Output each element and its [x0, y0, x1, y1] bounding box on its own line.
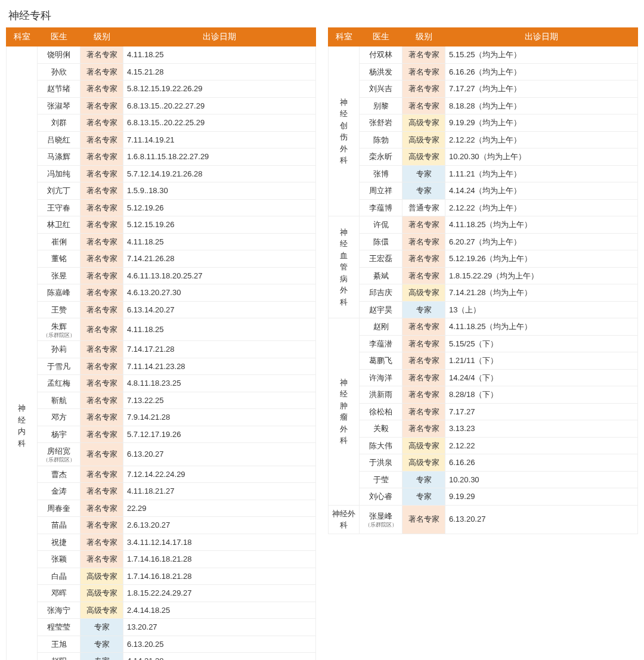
level-cell: 专家 [402, 301, 445, 318]
level-cell: 著名专家 [80, 318, 123, 341]
doctor-cell: 赵阳 [38, 653, 80, 660]
table-row: 杨洪发著名专家6.16.26（均为上午） [329, 63, 638, 80]
level-cell: 著名专家 [80, 216, 123, 234]
table-row: 李蕴博普通专家2.12.22（均为上午） [329, 199, 638, 216]
dates-cell: 5.12.19.26 [123, 199, 316, 216]
level-cell: 著名专家 [402, 403, 445, 420]
dates-cell: 7.14.17.21.28 [123, 341, 316, 358]
table-row: 神经血管病外科许侃著名专家4.11.18.25（均为上午） [329, 216, 638, 234]
dept-cell: 神经外科 [329, 505, 360, 534]
doctor-cell: 朱辉（乐群院区） [38, 318, 80, 341]
header-dates: 出诊日期 [123, 28, 316, 47]
dates-cell: 1.5.9..18.30 [123, 182, 316, 200]
dates-cell: 6.16.26 [445, 454, 638, 472]
level-cell: 著名专家 [402, 63, 445, 80]
table-row: 周春奎著名专家22.29 [7, 500, 316, 517]
level-cell: 专家 [80, 636, 123, 653]
table-row: 李蕴潜著名专家5.15/25（下） [329, 335, 638, 352]
dept-cell: 神经内科 [7, 47, 38, 661]
doctor-cell: 曹杰 [38, 466, 80, 483]
table-row: 马涤辉著名专家1.6.8.11.15.18.22.27.29 [7, 148, 316, 166]
doctor-cell: 陈勃 [360, 131, 402, 148]
level-cell: 著名专家 [80, 80, 123, 98]
dates-cell: 1.21/11（下） [445, 352, 638, 370]
dates-cell: 1.6.8.11.15.18.22.27.29 [123, 148, 316, 166]
table-row: 孙欣著名专家4.15.21.28 [7, 63, 316, 80]
table-row: 神经创伤外科付双林著名专家5.15.25（均为上午） [329, 47, 638, 64]
table-row: 张舒岩高级专家9.19.29（均为上午） [329, 114, 638, 132]
doctor-cell: 苗晶 [38, 517, 80, 534]
doctor-cell: 于洪泉 [360, 454, 402, 472]
level-cell: 著名专家 [80, 358, 123, 375]
doctor-cell: 于雪凡 [38, 358, 80, 375]
level-cell: 著名专家 [80, 250, 123, 268]
table-row: 邓晖高级专家1.8.15.22.24.29.27 [7, 585, 316, 602]
level-cell: 著名专家 [80, 131, 123, 148]
doctor-cell: 张海宁 [38, 602, 80, 619]
doctor-cell: 别黎 [360, 97, 402, 114]
doctor-cell: 周立祥 [360, 182, 402, 200]
doctor-cell: 吕晓红 [38, 131, 80, 148]
doctor-cell: 刘亢丁 [38, 182, 80, 200]
dates-cell: 1.8.15.22.24.29.27 [123, 585, 316, 602]
dates-cell: 8.18.28（均为上午） [445, 97, 638, 114]
table-row: 朱辉（乐群院区）著名专家4.11.18.25 [7, 318, 316, 341]
doctor-cell: 赵宇昊 [360, 301, 402, 318]
table-row: 刘心睿专家9.19.29 [329, 488, 638, 506]
header-dept: 科室 [7, 28, 38, 47]
header-dates: 出诊日期 [445, 28, 638, 47]
dates-cell: 5.8.12.15.19.22.26.29 [123, 80, 316, 98]
dates-cell: 5.15.25（均为上午） [445, 47, 638, 64]
level-cell: 著名专家 [402, 97, 445, 114]
dates-cell: 9.19.29 [445, 488, 638, 506]
table-row: 董铭著名专家7.14.21.26.28 [7, 250, 316, 268]
doctor-cell: 冯加纯 [38, 165, 80, 182]
header-level: 级别 [402, 28, 445, 47]
level-cell: 著名专家 [80, 63, 123, 80]
level-cell: 著名专家 [80, 426, 123, 443]
doctor-cell: 祝捷 [38, 534, 80, 551]
dates-cell: 13.20.27 [123, 619, 316, 636]
level-cell: 高级专家 [402, 284, 445, 302]
right-column: 科室医生级别出诊日期神经创伤外科付双林著名专家5.15.25（均为上午）杨洪发著… [328, 27, 638, 534]
level-cell: 著名专家 [80, 47, 123, 64]
dates-cell: 6.8.13.15..20.22.25.29 [123, 114, 316, 132]
table-row: 房绍宽（乐群院区）著名专家6.13.20.27 [7, 443, 316, 466]
doctor-cell: 张显峰（乐群院区） [360, 505, 402, 534]
level-cell: 专家 [402, 488, 445, 506]
level-cell: 著名专家 [80, 375, 123, 392]
dept-cell: 神经肿瘤外科 [329, 318, 360, 506]
level-cell: 专家 [80, 653, 123, 660]
level-cell: 著名专家 [80, 443, 123, 466]
doctor-cell: 白晶 [38, 568, 80, 585]
table-row: 孟红梅著名专家4.8.11.18.23.25 [7, 375, 316, 392]
doctor-cell: 房绍宽（乐群院区） [38, 443, 80, 466]
table-row: 吕晓红著名专家7.11.14.19.21 [7, 131, 316, 148]
dates-cell: 5.12.15.19.26 [123, 216, 316, 234]
dept-cell: 神经创伤外科 [329, 47, 360, 216]
doctor-cell: 靳航 [38, 392, 80, 409]
dates-cell: 6.16.26（均为上午） [445, 63, 638, 80]
level-cell: 著名专家 [80, 301, 123, 318]
dates-cell: 7.14.21.28（均为上午） [445, 284, 638, 302]
dates-cell: 9.19.29（均为上午） [445, 114, 638, 132]
dates-cell: 4.11.18.25 [123, 318, 316, 341]
dates-cell: 6.8.13.15..20.22.27.29 [123, 97, 316, 114]
dates-cell: 5.7.12.14.19.21.26.28 [123, 165, 316, 182]
level-cell: 著名专家 [402, 352, 445, 370]
dates-cell: 7.9.14.21.28 [123, 409, 316, 426]
level-cell: 著名专家 [402, 233, 445, 250]
table-row: 神经外科张显峰（乐群院区）著名专家6.13.20.27 [329, 505, 638, 534]
table-row: 张昱著名专家4.6.11.13.18.20.25.27 [7, 267, 316, 284]
doctor-cell: 綦斌 [360, 267, 402, 284]
table-row: 栾永昕高级专家10.20.30（均为上午） [329, 148, 638, 166]
dates-cell: 6.13.14.20.27 [123, 301, 316, 318]
dates-cell: 7.11.14.19.21 [123, 131, 316, 148]
dates-cell: 5.15/25（下） [445, 335, 638, 352]
doctor-cell: 程莹莹 [38, 619, 80, 636]
level-cell: 著名专家 [402, 335, 445, 352]
table-row: 綦斌著名专家1.8.15.22.29（均为上午） [329, 267, 638, 284]
dates-cell: 13（上） [445, 301, 638, 318]
dates-cell: 3.13.23 [445, 420, 638, 438]
doctor-cell: 李蕴博 [360, 199, 402, 216]
